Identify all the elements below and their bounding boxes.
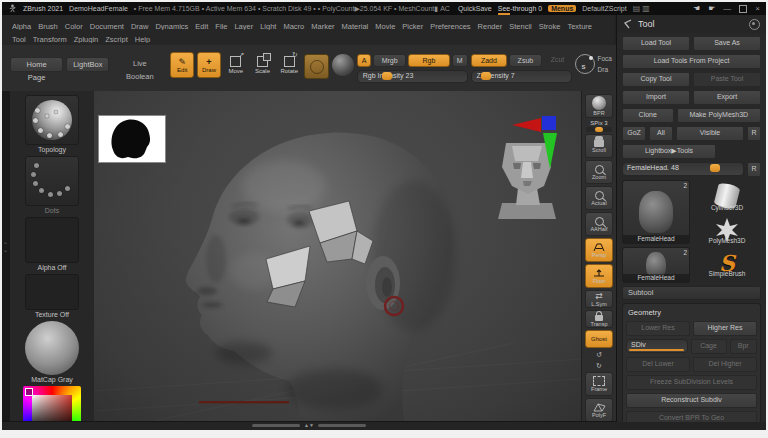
item-info-slider[interactable]: FemaleHead. 48: [622, 162, 744, 176]
zcut-toggle[interactable]: Zcut: [544, 54, 572, 67]
higher-res-button[interactable]: Higher Res: [693, 321, 757, 336]
export-button[interactable]: Export: [693, 90, 761, 105]
menu-item-zplugin[interactable]: Zplugin: [74, 33, 99, 43]
clone-button[interactable]: Clone: [622, 108, 674, 123]
stroke-type-button[interactable]: S: [575, 54, 595, 74]
menu-item-edit[interactable]: Edit: [195, 20, 208, 30]
lightbox-button[interactable]: LightBox: [66, 57, 109, 72]
save-as-button[interactable]: Save As: [693, 36, 761, 51]
rotate-mode-button[interactable]: ↻ Rotate: [277, 52, 301, 78]
left-tray-divider[interactable]: ⌃⌄: [2, 91, 10, 422]
menu-item-dynamics[interactable]: Dynamics: [155, 20, 188, 30]
menu-item-stroke[interactable]: Stroke: [539, 20, 561, 30]
cylinder3d-thumbnail[interactable]: Cylinder3D: [693, 180, 761, 212]
paste-tool-button[interactable]: Paste Tool: [693, 72, 761, 87]
rgb-toggle[interactable]: Rgb: [408, 54, 450, 67]
reconstruct-subdiv-button[interactable]: Reconstruct Subdiv: [626, 393, 757, 408]
current-brush-button[interactable]: [304, 54, 329, 79]
sculpting-canvas[interactable]: [94, 91, 581, 422]
bottom-tray-divider[interactable]: ▲▼: [2, 421, 616, 430]
menu-item-draw[interactable]: Draw: [131, 20, 149, 30]
zadd-toggle[interactable]: Zadd: [471, 54, 508, 67]
active-tool-thumbnail[interactable]: 2 FemaleHead: [622, 180, 690, 244]
persp-toggle[interactable]: Persp: [585, 238, 613, 262]
menu-item-brush[interactable]: Brush: [38, 20, 58, 30]
transp-toggle[interactable]: Transp: [585, 310, 613, 328]
menu-item-render[interactable]: Render: [478, 20, 503, 30]
see-through-slider[interactable]: See-through 0: [498, 5, 542, 12]
z-intensity-slider[interactable]: Z Intensity 7: [471, 70, 572, 83]
color-picker-square[interactable]: [23, 386, 81, 422]
rgb-intensity-slider[interactable]: Rgb Intensity 23: [357, 70, 468, 83]
menu-item-layer[interactable]: Layer: [234, 20, 253, 30]
menu-item-macro[interactable]: Macro: [283, 20, 304, 30]
home-page-button[interactable]: Home Page: [10, 57, 63, 72]
item-r-button[interactable]: R: [747, 162, 761, 177]
zoom-button[interactable]: Zoom: [585, 160, 613, 184]
menu-item-color[interactable]: Color: [65, 20, 83, 30]
zsub-toggle[interactable]: Zsub: [509, 54, 541, 67]
del-lower-button[interactable]: Del Lower: [626, 357, 690, 372]
menu-item-document[interactable]: Document: [90, 20, 124, 30]
goz-visible-button[interactable]: Visible: [676, 126, 744, 141]
frame-button[interactable]: Frame: [585, 372, 613, 396]
m-toggle[interactable]: M: [452, 54, 468, 67]
lightbox-tools-button[interactable]: Lightbox▶Tools: [622, 144, 716, 159]
move-mode-button[interactable]: ↗ Move: [224, 52, 248, 78]
menu-item-tool[interactable]: Tool: [12, 33, 26, 43]
close-button[interactable]: ×: [755, 4, 760, 13]
freeze-subdivision-button[interactable]: Freeze SubDivision Levels: [626, 375, 757, 390]
menus-toggle-button[interactable]: Menus: [548, 5, 576, 12]
lower-res-button[interactable]: Lower Res: [626, 321, 690, 336]
focal-shift-label[interactable]: Foca: [598, 55, 612, 62]
menu-item-material[interactable]: Material: [342, 20, 369, 30]
spix-slider[interactable]: SPix 3: [585, 120, 613, 132]
palette-restore-icon[interactable]: [749, 19, 760, 30]
default-zscript-button[interactable]: DefaultZScript: [582, 5, 626, 12]
polymesh3d-thumbnail[interactable]: PolyMesh3D: [693, 215, 761, 245]
hand-left-icon[interactable]: ☚: [693, 4, 700, 13]
draw-size-label[interactable]: Dra: [598, 66, 612, 73]
divider-arrows-icon[interactable]: ▲▼: [304, 423, 314, 427]
menu-item-stencil[interactable]: Stencil: [509, 20, 532, 30]
current-material-button[interactable]: [332, 54, 354, 76]
hand-right-icon[interactable]: ☛: [708, 4, 715, 13]
solo-icon[interactable]: ↺: [596, 350, 602, 359]
floor-toggle[interactable]: Floor: [585, 264, 613, 288]
sdiv-slider[interactable]: SDiv: [626, 339, 688, 353]
tool-flyout-icon[interactable]: [623, 19, 633, 29]
del-higher-button[interactable]: Del Higher: [693, 357, 757, 372]
alpha-selector[interactable]: Alpha Off: [25, 217, 79, 271]
menu-item-help[interactable]: Help: [135, 33, 150, 43]
geometry-section-header[interactable]: Geometry: [626, 307, 757, 318]
anchor-toggle[interactable]: A: [357, 54, 372, 67]
material-selector[interactable]: MatCap Gray: [25, 321, 79, 383]
ui-layout-icons[interactable]: ▤▥: [633, 4, 652, 13]
menu-item-alpha[interactable]: Alpha: [12, 20, 31, 30]
item-info-thumb[interactable]: [710, 164, 720, 172]
live-boolean-button[interactable]: Live Boolean: [112, 57, 167, 72]
menu-item-transform[interactable]: Transform: [33, 33, 67, 43]
menu-item-picker[interactable]: Picker: [402, 20, 423, 30]
bpr-geo-button[interactable]: Bpr: [730, 339, 758, 354]
goz-r-button[interactable]: R: [747, 126, 761, 141]
femalehead2-thumbnail[interactable]: 2 FemaleHead: [622, 247, 690, 283]
color-picker[interactable]: Gradient: [23, 386, 81, 422]
copy-tool-button[interactable]: Copy Tool: [622, 72, 690, 87]
rgb-intensity-thumb[interactable]: [382, 72, 392, 80]
local-symmetry-toggle[interactable]: ⇄ L.Sym: [585, 290, 613, 308]
load-tools-from-project-button[interactable]: Load Tools From Project: [622, 54, 761, 69]
make-polymesh3d-button[interactable]: Make PolyMesh3D: [677, 108, 762, 123]
restore-button[interactable]: [739, 5, 747, 13]
menu-item-texture[interactable]: Texture: [567, 20, 592, 30]
polyframe-button[interactable]: PolyF: [585, 398, 613, 422]
minimize-button[interactable]: —: [723, 4, 731, 13]
mrgb-toggle[interactable]: Mrgb: [373, 54, 406, 67]
spix-thumb[interactable]: [595, 127, 603, 132]
brush-selector[interactable]: Topology: [25, 95, 79, 153]
menu-item-zscript[interactable]: Zscript: [105, 33, 128, 43]
menu-item-file[interactable]: File: [215, 20, 227, 30]
convert-bpr-button[interactable]: Convert BPR To Geo: [626, 411, 757, 422]
aahalf-button[interactable]: AAHalf: [585, 212, 613, 236]
menu-item-marker[interactable]: Marker: [311, 20, 334, 30]
